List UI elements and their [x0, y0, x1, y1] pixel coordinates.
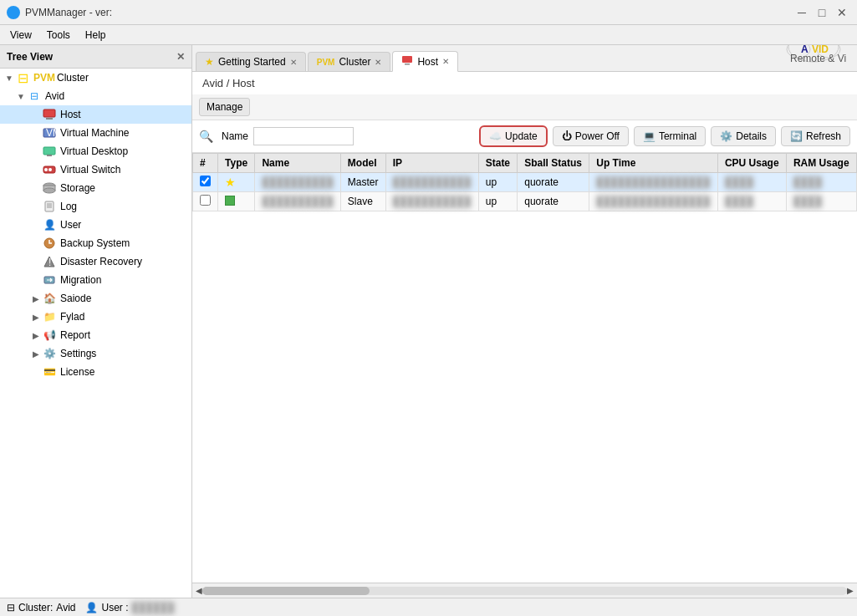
sidebar-item-backup[interactable]: Backup System [0, 234, 191, 252]
action-bar: 🔍 Name ☁️ Update ⏻ Power Off [192, 120, 857, 153]
tab-close-host[interactable]: ✕ [442, 57, 449, 66]
sidebar-item-avid[interactable]: ▼ ⊟ Avid [0, 87, 191, 105]
avid-icon: ⊟ [27, 89, 42, 104]
col-model: Model [340, 154, 385, 173]
search-input[interactable] [253, 127, 354, 145]
table-row: ██████████ Slave ███████████ up quorate … [193, 192, 857, 211]
terminal-button[interactable]: 💻 Terminal [634, 126, 706, 146]
svg-text:Remote & Virtualize...: Remote & Virtualize... [790, 53, 847, 64]
row-checkbox[interactable] [200, 195, 211, 206]
sidebar-item-vm[interactable]: VM Virtual Machine [0, 124, 191, 142]
tab-host[interactable]: Host ✕ [392, 51, 458, 72]
row-name: ██████████ [255, 173, 340, 192]
migration-icon [42, 272, 57, 288]
svg-point-8 [48, 168, 52, 171]
expand-icon: ▶ [30, 313, 42, 322]
sidebar-item-log[interactable]: Log [0, 197, 191, 216]
cluster-icon: ⊟ [15, 70, 30, 85]
tab-getting-started[interactable]: ★ Getting Started ✕ [196, 52, 306, 71]
sidebar-item-host[interactable]: Host [0, 105, 191, 124]
app-title: PVMManager - ver: [25, 7, 112, 18]
col-state: State [478, 154, 518, 173]
col-sball: Sball Status [518, 154, 589, 173]
sidebar: Tree View ✕ ▼ ⊟ PVM Cluster ▼ ⊟ Avid Hos… [0, 45, 192, 598]
horizontal-scrollbar[interactable]: ◀ ▶ [192, 583, 857, 598]
sidebar-label-vm: Virtual Machine [60, 127, 130, 139]
tab-close-getting-started[interactable]: ✕ [290, 58, 297, 67]
manage-button[interactable]: Manage [199, 98, 250, 116]
terminal-icon: 💻 [643, 130, 656, 142]
sidebar-item-report[interactable]: ▶ 📢 Report [0, 326, 191, 344]
expand-icon: ▶ [30, 294, 42, 303]
tab-pvm-cluster[interactable]: PVM Cluster ✕ [308, 52, 391, 71]
update-button[interactable]: ☁️ Update [479, 125, 548, 147]
power-off-button[interactable]: ⏻ Power Off [553, 126, 629, 146]
sidebar-item-license[interactable]: 💳 License [0, 363, 191, 381]
host-ip-blurred: ███████████ [393, 176, 472, 188]
log-icon [42, 199, 57, 214]
svg-rect-5 [47, 155, 52, 156]
menu-bar: View Tools Help [0, 25, 857, 45]
sidebar-label-storage: Storage [60, 182, 95, 194]
getting-started-icon: ★ [205, 56, 214, 68]
svg-rect-1 [46, 118, 53, 120]
maximize-button[interactable]: □ [814, 4, 830, 21]
row-ram: ████ [786, 173, 856, 192]
scroll-track[interactable] [202, 587, 847, 595]
row-checkbox-cell[interactable] [193, 192, 218, 211]
details-button[interactable]: ⚙️ Details [711, 126, 776, 146]
row-checkbox-cell[interactable] [193, 173, 218, 192]
col-cpu: CPU Usage [717, 154, 786, 173]
menu-tools[interactable]: Tools [40, 28, 77, 43]
action-buttons: ☁️ Update ⏻ Power Off 💻 Terminal [479, 125, 850, 147]
col-uptime: Up Time [589, 154, 718, 173]
title-bar: PVMManager - ver: ─ □ ✕ [0, 0, 857, 25]
content-area: Avid / Host Manage 🔍 Name ☁️ Update [192, 72, 857, 598]
sidebar-item-fylad[interactable]: ▶ 📁 Fylad [0, 308, 191, 326]
sidebar-label-cluster: Cluster [57, 72, 89, 84]
saiode-icon: 🏠 [42, 291, 57, 306]
details-icon: ⚙️ [720, 130, 732, 142]
tab-label-host: Host [417, 56, 438, 68]
sidebar-label-log: Log [60, 201, 77, 212]
minimize-button[interactable]: ─ [793, 4, 810, 21]
row-state: up [478, 173, 518, 192]
tab-close-pvm-cluster[interactable]: ✕ [375, 58, 381, 67]
svg-text:!: ! [48, 257, 51, 267]
row-ip: ███████████ [385, 192, 478, 211]
toolbar: Manage [192, 94, 857, 120]
sidebar-item-migration[interactable]: Migration [0, 271, 191, 289]
sidebar-item-user[interactable]: 👤 User [0, 216, 191, 234]
scroll-thumb[interactable] [202, 587, 370, 595]
menu-view[interactable]: View [3, 28, 38, 43]
close-button[interactable]: ✕ [834, 4, 850, 21]
sidebar-item-disaster[interactable]: ! Disaster Recovery [0, 252, 191, 271]
sidebar-close-button[interactable]: ✕ [176, 51, 185, 63]
sidebar-label-disaster: Disaster Recovery [60, 256, 142, 267]
sidebar-item-vs[interactable]: Virtual Switch [0, 160, 191, 179]
sidebar-item-saiode[interactable]: ▶ 🏠 Saiode [0, 289, 191, 308]
sidebar-item-cluster[interactable]: ▼ ⊟ PVM Cluster [0, 69, 191, 87]
row-checkbox[interactable] [200, 176, 211, 186]
settings-icon: ⚙️ [42, 346, 57, 361]
app-icon [7, 6, 20, 19]
sidebar-label-migration: Migration [60, 274, 101, 286]
status-cluster: ⊟ Cluster: Avid [7, 602, 75, 613]
sidebar-item-settings[interactable]: ▶ ⚙️ Settings [0, 344, 191, 363]
scroll-left-arrow[interactable]: ◀ [196, 586, 202, 595]
cluster-icon-small: ⊟ [7, 602, 15, 613]
row-type: ★ [218, 173, 255, 192]
row-cpu: ████ [717, 173, 786, 192]
menu-help[interactable]: Help [79, 28, 113, 43]
svg-text:VM: VM [46, 127, 56, 139]
search-icon: 🔍 [199, 130, 213, 143]
row-model: Slave [340, 192, 385, 211]
refresh-button[interactable]: 🔄 Refresh [781, 126, 850, 146]
tab-bar: ★ Getting Started ✕ PVM Cluster ✕ Host ✕ [192, 45, 857, 72]
sidebar-item-vd[interactable]: Virtual Desktop [0, 142, 191, 160]
svg-rect-20 [402, 56, 412, 63]
window-controls: ─ □ ✕ [793, 4, 850, 21]
scroll-right-arrow[interactable]: ▶ [847, 586, 854, 595]
status-user: 👤 User : ██████ [85, 602, 174, 613]
sidebar-item-storage[interactable]: Storage [0, 179, 191, 197]
